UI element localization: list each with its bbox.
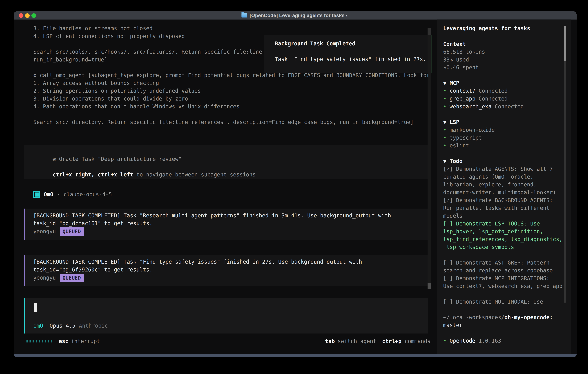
text-cursor [34, 303, 37, 312]
sidebar-scrollbar-track[interactable] [564, 61, 566, 302]
text-line: 3. Division operations that could divide… [33, 95, 430, 103]
chevron-down-icon: ▼ [443, 119, 450, 125]
text-segment: models [443, 213, 462, 219]
agent-name: OmO [44, 191, 53, 198]
text-segment: Run parallel tasks with different [443, 205, 549, 211]
text-line [443, 72, 567, 79]
text-segment: Context [443, 41, 466, 47]
esc-key-hint: esc [59, 338, 68, 344]
text-line: 33% used [443, 56, 567, 64]
text-line: 3. File handles or streams not closed [33, 25, 430, 32]
screen: [OpenCode] Leveraging agents for tasks ◐… [0, 0, 588, 374]
task-text-line: [BACKGROUND TASK COMPLETED] Task "Resear… [33, 212, 391, 219]
text-segment: ~/local-workspaces/ [443, 314, 504, 321]
text-segment: Connected [492, 104, 524, 110]
bullet-icon: • [443, 338, 450, 344]
main-scrollbar-mark-top[interactable] [428, 28, 431, 35]
sidebar-scrollbar-thumb[interactable] [564, 26, 566, 61]
task-text-line: task_id="bg_dcfac161" to get results. [33, 219, 153, 227]
text-line: 66,518 tokens [443, 48, 567, 56]
text-line: 4. Path operations that don't handle Win… [33, 103, 430, 111]
shortcut-keys: ctrl+x right, ctrl+x left [53, 172, 133, 178]
window-title: [OpenCode] Leveraging agents for tasks ◐ [250, 13, 349, 18]
text-line [443, 329, 567, 337]
text-segment: call_omo_agent [subagent_type=explore, p… [40, 72, 430, 78]
chevron-down-icon: ▼ [443, 80, 450, 86]
text-segment: document-writer, multimodal-looker) [443, 189, 556, 196]
ctrlp-key-label: commands [405, 338, 430, 344]
text-segment: Open [450, 338, 462, 344]
text-segment: lsp_hover, lsp_goto_definition, [443, 228, 543, 235]
text-line: [ ] Demonstrate MULTIMODAL: Use [443, 298, 567, 306]
text-line: • typescript [443, 134, 567, 142]
background-task-message: [BACKGROUND TASK COMPLETED] Task "Resear… [24, 208, 428, 240]
oracle-task-title: Oracle Task "Deep architecture review" [59, 156, 181, 162]
status-bar: esc interrupt tab switch agent ctrl+p co… [26, 337, 430, 345]
prompt-input[interactable]: OmO Opus 4.5 Anthropic [24, 298, 428, 333]
text-line: • grep_app Connected [443, 95, 567, 103]
text-line: [✓] Demonstrate AGENTS: Show all 7 [443, 165, 567, 173]
text-line: Leveraging agents for tasks [443, 25, 567, 32]
text-line [443, 111, 567, 118]
text-segment: lsp_find_references, lsp_diagnostics, [443, 236, 562, 242]
tab-key-hint: tab [325, 338, 335, 344]
agent-square-icon [33, 191, 40, 198]
input-agent-name: OmO [33, 322, 43, 330]
agent-header: OmO · claude-opus-4-5 [33, 191, 112, 198]
text-line [33, 111, 430, 118]
separator-dot: · [57, 191, 60, 198]
task-user: yeongyu [33, 274, 56, 282]
bullet-icon: • [443, 135, 450, 141]
notification-title: Background Task Completed [275, 41, 355, 47]
oracle-task-panel: ◉ Oracle Task "Deep architecture review"… [24, 145, 428, 179]
text-segment: Todo [450, 158, 462, 164]
main-scrollbar-thumb[interactable] [428, 283, 431, 289]
ctrlp-key-hint: ctrl+p [382, 338, 401, 344]
task-text-line: [BACKGROUND TASK COMPLETED] Task "Find t… [33, 258, 362, 266]
agent-model: claude-opus-4-5 [63, 191, 112, 198]
text-line: ▼ MCP [443, 79, 567, 87]
text-line: search and replace across codebase [443, 267, 567, 274]
text-line: Run parallel tasks with different [443, 204, 567, 212]
text-segment: LSP [450, 119, 459, 125]
text-line: 2. String operations on potentially unde… [33, 87, 430, 95]
text-line: [ ] Demonstrate LSP TOOLS: Use [443, 220, 567, 228]
background-task-notification: Background Task Completed Task "Find typ… [264, 35, 431, 73]
text-segment: Search src/tools/, src/hooks/, src/featu… [33, 49, 262, 55]
queued-badge: QUEUED [60, 274, 84, 282]
text-segment: Search src/ directory. Return specific f… [33, 119, 414, 125]
text-segment: 4. LSP client connections not properly d… [33, 33, 185, 39]
background-task-message: [BACKGROUND TASK COMPLETED] Task "Find t… [24, 255, 428, 286]
queued-badge: QUEUED [60, 227, 84, 236]
text-line: [✓] Demonstrate BACKGROUND AGENTS: [443, 197, 567, 204]
text-segment: 3. Division operations that could divide… [33, 96, 188, 102]
zoom-button[interactable] [32, 13, 36, 18]
text-line: • websearch_exa Connected [443, 103, 567, 111]
text-line [443, 290, 567, 298]
text-segment: MCP [450, 80, 459, 86]
text-line: lsp_hover, lsp_goto_definition, [443, 228, 567, 235]
text-line: • eslint [443, 142, 567, 150]
text-line: lsp_workspace_symbols [443, 243, 567, 251]
main-scrollbar-track[interactable] [428, 28, 431, 289]
text-segment: $0.46 spent [443, 64, 479, 71]
text-segment: 2. String operations on potentially unde… [33, 88, 201, 94]
text-line: Use context7, websearch_exa, grep_app [443, 282, 567, 290]
close-button[interactable] [19, 13, 23, 18]
text-segment: Connected [475, 88, 508, 94]
titlebar: [OpenCode] Leveraging agents for tasks ◐ [14, 11, 577, 20]
text-segment: run_in_background=true] [33, 57, 107, 63]
text-segment: [ ] Demonstrate AST-GREP: Pattern [443, 260, 549, 266]
gear-icon: ⚙ [33, 72, 40, 78]
minimize-button[interactable] [25, 13, 30, 18]
chevron-down-icon: ▼ [443, 158, 450, 164]
text-segment: [✓] Demonstrate BACKGROUND AGENTS: [443, 197, 553, 203]
text-segment: context7 [450, 88, 475, 94]
text-segment: [ ] Demonstrate MCP INTEGRATIONS: [443, 275, 549, 281]
text-line: Search src/ directory. Return specific f… [33, 118, 430, 126]
text-segment: [ ] Demonstrate MULTIMODAL: Use [443, 299, 543, 305]
task-user: yeongyu [33, 228, 56, 235]
text-line: ▼ LSP [443, 118, 567, 126]
text-segment: Code [462, 338, 475, 344]
esc-key-label: interrupt [71, 338, 100, 344]
